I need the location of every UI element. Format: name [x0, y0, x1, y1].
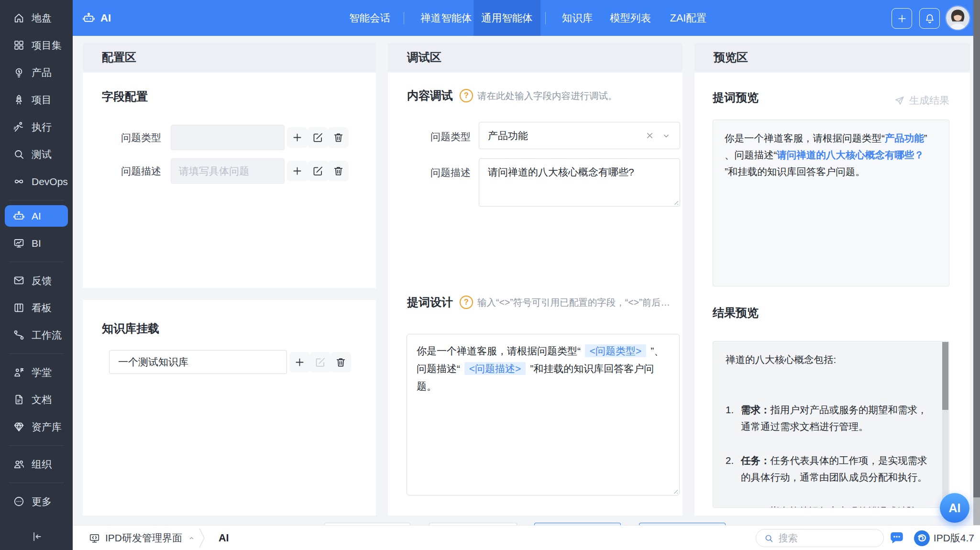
preview-highlight: 请问禅道的八大核心概念有哪些？	[777, 149, 924, 160]
sidebar-divider	[9, 353, 64, 354]
prompt-design-textarea[interactable]: 你是一个禅道客服，请根据问题类型“ <问题类型> ”、问题描述“ <问题描述> …	[407, 334, 680, 495]
sidebar-item-rocket[interactable]: 项目	[0, 86, 73, 113]
add-field-button[interactable]	[287, 161, 308, 181]
add-field-button[interactable]	[287, 127, 308, 148]
question-desc-value: 请问禅道的八大核心概念有哪些?	[488, 166, 634, 177]
clear-icon[interactable]	[645, 131, 655, 141]
topbar-tab-3[interactable]: 通用智能体	[473, 0, 540, 36]
resize-handle[interactable]	[672, 488, 678, 494]
sidebar-item-mail[interactable]: 反馈	[0, 267, 73, 294]
topbar-tab-1[interactable]: 智能会话	[341, 0, 398, 36]
breadcrumb-app[interactable]: IPD研发管理界面	[88, 526, 195, 550]
result-scrollbar-thumb[interactable]	[942, 342, 948, 410]
sidebar-item-kanban[interactable]: 看板	[0, 294, 73, 321]
field-input[interactable]	[171, 125, 285, 150]
result-intro: 禅道的八大核心概念包括:	[726, 351, 930, 368]
trash-icon	[335, 356, 347, 368]
prompt-preview-box: 你是一个禅道客服，请根据问题类型“产品功能” 、问题描述“请问禅道的八大核心概念…	[713, 120, 949, 286]
result-item-text: 任务：任务代表具体的工作项，是实现需求的具体行动，通常由团队成员分配和执行。	[741, 452, 930, 485]
app-window: 地盘项目集产品项目执行测试DevOpsAIBI反馈看板工作流学堂文档资产库组织更…	[0, 0, 980, 550]
runner-icon	[13, 121, 25, 133]
topbar-tab-2[interactable]: 禅道智能体	[413, 0, 480, 36]
sidebar-item-label: 反馈	[32, 274, 52, 287]
sidebar-item-bulb[interactable]: 产品	[0, 59, 73, 86]
sidebar-item-label: 组织	[32, 458, 52, 471]
preview-panel-header: 预览区	[694, 43, 970, 72]
edit-field-button[interactable]	[308, 127, 328, 148]
help-icon[interactable]: ?	[460, 296, 473, 309]
ai-fab-button[interactable]: AI	[940, 493, 969, 523]
delete-kb-button[interactable]	[330, 352, 351, 373]
sidebar-item-diamond[interactable]: 资产库	[0, 413, 73, 440]
sidebar-item-label: 地盘	[32, 11, 52, 25]
infinity-icon	[13, 176, 25, 187]
sidebar-item-label: AI	[32, 210, 41, 222]
field-chip[interactable]: <问题描述>	[464, 362, 526, 375]
sidebar-item-label: 更多	[32, 495, 52, 508]
result-item-text: 需求：指用户对产品或服务的期望和需求，通常通过需求文档进行管理。	[741, 401, 930, 435]
search-input[interactable]: 搜索	[756, 529, 884, 547]
sidebar-item-label: 资产库	[32, 420, 62, 434]
sidebar-item-more[interactable]: 更多	[0, 488, 73, 515]
notifications-button[interactable]	[919, 8, 940, 29]
sidebar-item-infinity[interactable]: DevOps	[0, 168, 73, 195]
topbar-tab-4[interactable]: 知识库	[554, 0, 601, 36]
sidebar-item-robot[interactable]: AI	[5, 205, 68, 227]
question-type-select[interactable]: 产品功能	[479, 122, 680, 149]
delete-field-button[interactable]	[328, 161, 349, 181]
sidebar-divider	[9, 200, 64, 200]
field-row-2: 问题描述请填写具体问题	[83, 158, 376, 184]
edit-kb-button[interactable]	[310, 352, 330, 373]
sidebar-item-label: 文档	[32, 393, 52, 407]
result-item-text: Bug：指在软件运行中出现的错误或缺陷，需要被记录和修复。	[741, 503, 930, 508]
avatar[interactable]	[946, 6, 969, 30]
chat-icon[interactable]	[889, 530, 905, 546]
people-icon	[13, 458, 25, 470]
sidebar-item-workflow[interactable]: 工作流	[0, 321, 73, 349]
kb-mount-card: 知识库挂载 一个测试知识库	[83, 300, 376, 516]
page-scrollbar-thumb[interactable]	[973, 0, 980, 497]
document-icon	[13, 394, 25, 406]
sidebar-item-label: 看板	[32, 301, 52, 315]
sidebar-item-label: 工作流	[32, 329, 62, 342]
sidebar-item-document[interactable]: 文档	[0, 386, 73, 413]
edit-field-button[interactable]	[308, 161, 328, 181]
sidebar-item-magnifier[interactable]: 测试	[0, 141, 73, 168]
config-panel-title: 配置区	[102, 50, 136, 65]
field-input-placeholder: 请填写具体问题	[179, 165, 249, 178]
topbar-tab-5[interactable]: 模型列表	[602, 0, 659, 36]
field-chip[interactable]: <问题类型>	[585, 344, 647, 357]
chevron-down-icon[interactable]	[661, 131, 671, 141]
magnifier-icon	[13, 148, 25, 160]
sidebar-item-runner[interactable]: 执行	[0, 113, 73, 141]
school-icon	[13, 366, 25, 378]
add-button[interactable]	[892, 8, 912, 29]
delete-field-button[interactable]	[328, 127, 349, 148]
sidebar-item-school[interactable]: 学堂	[0, 359, 73, 386]
breadcrumb-separator	[198, 528, 206, 549]
generate-result-button[interactable]: 生成结果	[894, 94, 949, 107]
sidebar-collapse-button[interactable]	[24, 527, 49, 546]
sidebar-item-bi-chart[interactable]: BI	[0, 230, 73, 257]
topbar: AI 智能会话禅道智能体通用智能体知识库模型列表ZAI配置	[73, 0, 973, 36]
field-label: 问题类型	[83, 131, 161, 144]
debug-desc-label: 问题描述	[388, 166, 471, 179]
bottombar: IPD研发管理界面 AI 搜索 IPD版4.7	[73, 525, 980, 550]
sidebar-item-grid[interactable]: 项目集	[0, 32, 73, 59]
sidebar-item-people[interactable]: 组织	[0, 451, 73, 478]
help-icon[interactable]: ?	[460, 89, 473, 102]
kb-input-value: 一个测试知识库	[118, 355, 188, 369]
field-input[interactable]: 请填写具体问题	[171, 158, 285, 184]
preview-panel-title: 预览区	[714, 50, 748, 65]
resize-handle[interactable]	[673, 199, 678, 205]
kb-input[interactable]: 一个测试知识库	[109, 350, 287, 374]
add-kb-button[interactable]	[289, 352, 310, 373]
sidebar-divider	[9, 445, 64, 446]
paper-plane-icon	[894, 95, 905, 106]
topbar-tab-6[interactable]: ZAI配置	[662, 0, 714, 36]
question-desc-textarea[interactable]: 请问禅道的八大核心概念有哪些?	[479, 158, 680, 207]
preview-text: ”和挂载的知识库回答客户问题。	[725, 166, 865, 177]
sidebar-item-home[interactable]: 地盘	[0, 4, 73, 32]
workflow-icon	[13, 329, 25, 341]
generate-result-label: 生成结果	[909, 94, 949, 107]
